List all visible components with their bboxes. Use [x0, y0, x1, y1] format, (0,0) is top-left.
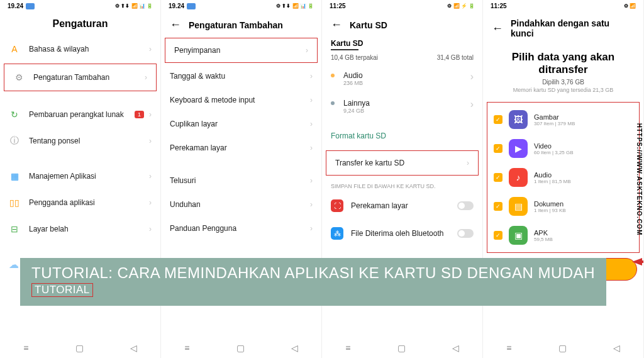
chevron-right-icon: ›: [470, 71, 474, 82]
settings-item[interactable]: A Bahasa & wilayah ›: [0, 36, 160, 62]
settings-item[interactable]: ⓘ Tentang ponsel ›: [0, 128, 160, 154]
checkbox-icon[interactable]: ✓: [494, 173, 502, 182]
nav-recent-icon[interactable]: ≡: [345, 343, 350, 353]
nav-recent-icon[interactable]: ≡: [184, 343, 189, 353]
item-icon: ▯▯: [9, 197, 20, 208]
nav-back-icon[interactable]: ◁: [130, 343, 137, 353]
back-arrow-icon[interactable]: ←: [331, 18, 342, 31]
settings-item[interactable]: ▯▯ Pengganda aplikasi ›: [0, 189, 160, 216]
status-bar: 11:25 ⚙ 📶 ⚡ 🔋: [322, 0, 482, 12]
watermark: HTTPS://WWW.ASKTEKNO.COM: [635, 120, 644, 237]
category-icon: ▣: [509, 226, 528, 245]
status-icons: ⚙ 📶: [624, 3, 636, 9]
format-sd-link[interactable]: Format kartu SD: [322, 120, 482, 149]
nav-back-icon[interactable]: ◁: [613, 343, 620, 353]
chevron-right-icon: ›: [310, 176, 313, 185]
category-sub: 60 Item | 3,25 GB: [534, 150, 574, 155]
checkbox-icon[interactable]: ✓: [494, 202, 502, 211]
toggle-row[interactable]: ⛶ Perekaman layar: [322, 192, 482, 220]
chevron-right-icon: ›: [306, 46, 308, 55]
category-icon: ▶: [509, 139, 528, 158]
category-sub: 1 Item | 81,5 MB: [534, 179, 571, 184]
nav-home-icon[interactable]: ▢: [75, 343, 84, 353]
tab-kartu-sd[interactable]: Kartu SD: [322, 36, 482, 49]
settings-item[interactable]: Cuplikan layar ›: [161, 112, 321, 136]
category-label: Audio: [343, 71, 470, 80]
storage-category[interactable]: Lainnya 9,24 GB ›: [322, 92, 482, 120]
status-time: 19.24: [169, 3, 184, 9]
item-label: Bahasa & wilayah: [29, 45, 149, 53]
nav-bar[interactable]: ≡▢◁: [161, 338, 321, 358]
nav-home-icon[interactable]: ▢: [397, 343, 406, 353]
settings-item[interactable]: Perekaman layar ›: [161, 136, 321, 160]
transfer-label: Transfer ke kartu SD: [335, 159, 467, 167]
settings-item[interactable]: ⚙ Pengaturan Tambahan ›: [4, 64, 156, 91]
status-icons: ⚙ 📶 ⚡ 🔋: [447, 3, 475, 9]
settings-item[interactable]: ▦ Manajemen Aplikasi ›: [0, 163, 160, 189]
transfer-ke-sd[interactable]: Transfer ke kartu SD ›: [326, 151, 478, 175]
item-label: Panduan Pengguna: [170, 224, 310, 233]
nav-recent-icon[interactable]: ≡: [23, 343, 28, 353]
status-time: 11:25: [491, 3, 507, 9]
back-arrow-icon[interactable]: ←: [170, 18, 181, 31]
chevron-right-icon: ›: [149, 172, 152, 181]
settings-item[interactable]: Telusuri ›: [161, 169, 321, 193]
category-label: Video: [534, 142, 574, 150]
settings-item[interactable]: ↻ Pembaruan perangkat lunak 1 ›: [0, 101, 160, 128]
status-bar: 11:25 ⚙ 📶: [483, 0, 643, 12]
item-label: Pengaturan Tambahan: [33, 73, 145, 82]
chevron-right-icon: ›: [310, 143, 313, 152]
nav-home-icon[interactable]: ▢: [558, 343, 567, 353]
transfer-category[interactable]: ✓ ♪ Audio 1 Item | 81,5 MB: [487, 163, 639, 192]
settings-item[interactable]: Panduan Pengguna ›: [161, 216, 321, 240]
item-label: Perekaman layar: [170, 143, 310, 152]
nav-bar[interactable]: ≡▢◁: [483, 338, 643, 358]
storage-category[interactable]: Audio 236 MB ›: [322, 65, 482, 92]
toggle-switch[interactable]: [457, 229, 474, 238]
back-arrow-icon[interactable]: ←: [492, 22, 503, 35]
transfer-category[interactable]: ✓ ▣ APK 59,5 MB: [487, 221, 639, 250]
status-time: 19.24: [8, 3, 23, 9]
nav-back-icon[interactable]: ◁: [291, 343, 298, 353]
item-label: Layar belah: [29, 225, 149, 233]
toggle-icon: ⁂: [331, 227, 343, 240]
highlight-transfer: Transfer ke kartu SD ›: [326, 150, 479, 176]
nav-bar[interactable]: ≡▢◁: [0, 338, 160, 358]
chevron-right-icon: ›: [310, 72, 313, 81]
transfer-category[interactable]: ✓ ▶ Video 60 Item | 3,25 GB: [487, 134, 639, 163]
chevron-right-icon: ›: [470, 99, 474, 110]
settings-item[interactable]: Penyimpanan ›: [165, 38, 317, 62]
nav-back-icon[interactable]: ◁: [452, 343, 459, 353]
item-icon: ↻: [9, 109, 20, 120]
category-label: APK: [534, 229, 553, 237]
settings-item[interactable]: Unduhan ›: [161, 193, 321, 216]
nav-bar[interactable]: ≡▢◁: [322, 338, 482, 358]
chevron-right-icon: ›: [310, 120, 313, 128]
category-icon: ♪: [509, 168, 528, 187]
transfer-selected: Dipilih 3,76 GB: [483, 79, 643, 86]
nav-home-icon[interactable]: ▢: [236, 343, 245, 353]
settings-item[interactable]: Tanggal & waktu ›: [161, 64, 321, 88]
transfer-category[interactable]: ✓ 🖼 Gambar 307 Item | 379 MB: [487, 105, 639, 134]
category-size: 236 MB: [343, 80, 470, 86]
storage-used: 10,4 GB terpakai: [331, 54, 378, 61]
status-icons: ⚙ ⬆⬇ 📶 📊 🔋: [115, 3, 153, 9]
checkbox-icon[interactable]: ✓: [494, 144, 502, 153]
settings-item[interactable]: Keyboard & metode input ›: [161, 88, 321, 112]
checkbox-icon[interactable]: ✓: [494, 115, 502, 124]
overlay-title: TUTORIAL: CARA MEMINDAHKAN APLIKASI KE K…: [31, 264, 595, 282]
item-icon: ▦: [9, 171, 20, 182]
item-label: Pengganda aplikasi: [29, 198, 149, 207]
item-label: Telusuri: [170, 176, 310, 185]
toggle-row[interactable]: ⁂ File Diterima oleh Bluetooth: [322, 220, 482, 247]
chevron-right-icon: ›: [310, 224, 313, 233]
toggle-switch[interactable]: [457, 201, 474, 210]
settings-item[interactable]: ⊟ Layar belah ›: [0, 216, 160, 242]
nav-recent-icon[interactable]: ≡: [506, 343, 511, 353]
item-label: Unduhan: [170, 200, 310, 209]
transfer-heading: Pilih data yang akan ditransfer: [483, 43, 643, 79]
checkbox-icon[interactable]: ✓: [494, 231, 502, 240]
transfer-category[interactable]: ✓ ▤ Dokumen 1 Item | 93 KB: [487, 192, 639, 221]
category-dot-icon: [331, 74, 335, 77]
storage-summary: 10,4 GB terpakai 31,4 GB total: [322, 50, 482, 65]
